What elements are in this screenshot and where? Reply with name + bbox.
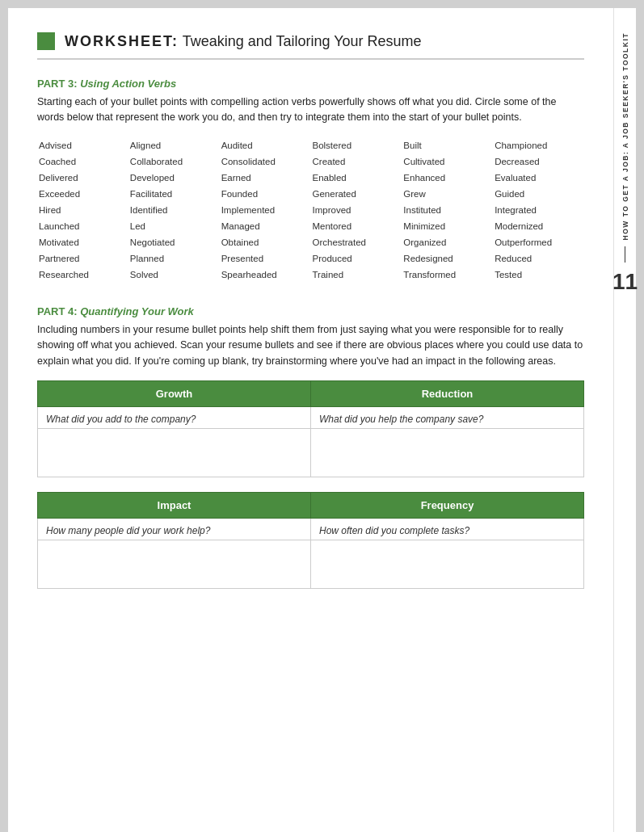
side-tab: HOW TO GET A JOB: A JOB SEEKER'S TOOLKIT…: [613, 8, 636, 832]
verb-cell: Reduced: [493, 250, 584, 267]
verb-cell: Managed: [220, 218, 311, 234]
table2-header-row: Impact Frequency: [38, 492, 584, 518]
verb-cell: Enabled: [311, 170, 402, 186]
worksheet-title: WORKSHEET: Tweaking and Tailoring Your R…: [65, 33, 422, 50]
verb-cell: Integrated: [493, 202, 584, 218]
main-content: WORKSHEET: Tweaking and Tailoring Your R…: [8, 8, 613, 832]
verb-cell: Obtained: [220, 234, 311, 250]
table1-col2-prompt: What did you help the company save?: [311, 406, 584, 428]
verb-cell: Transformed: [402, 267, 493, 283]
verb-cell: Coached: [37, 153, 128, 170]
verb-cell: Delivered: [37, 170, 128, 186]
table1-empty-col1: [38, 428, 311, 477]
table2-col1-prompt: How many people did your work help?: [38, 518, 311, 540]
side-tab-page-number: 11: [612, 269, 638, 295]
verb-cell: Led: [128, 218, 220, 234]
table2-col2-header: Frequency: [311, 492, 584, 518]
part4-heading-label: PART 4:: [37, 305, 80, 317]
part4-section: PART 4: Quantifying Your Work Including …: [37, 305, 584, 589]
verb-cell: Spearheaded: [220, 267, 311, 283]
verb-cell: Evaluated: [493, 170, 584, 186]
verb-cell: Advised: [37, 137, 128, 153]
verb-cell: Partnered: [37, 250, 128, 267]
verb-cell: Created: [311, 153, 402, 170]
table1-col1-header: Growth: [38, 380, 311, 406]
verb-cell: Redesigned: [402, 250, 493, 267]
table1-empty-col2: [311, 428, 584, 477]
page-wrapper: WORKSHEET: Tweaking and Tailoring Your R…: [8, 8, 636, 832]
table2-empty-row: [38, 540, 584, 588]
verb-cell: Founded: [220, 186, 311, 202]
verb-cell: Minimized: [402, 218, 493, 234]
side-tab-divider: [625, 246, 625, 263]
verb-cell: Bolstered: [311, 137, 402, 153]
verb-cell: Negotiated: [128, 234, 220, 250]
verb-cell: Tested: [493, 267, 584, 283]
table2-empty-col2: [311, 540, 584, 588]
verb-cell: Launched: [37, 218, 128, 234]
table2-prompt-row: How many people did your work help? How …: [38, 518, 584, 540]
part3-section: PART 3: Using Action Verbs Starting each…: [37, 78, 584, 283]
verb-cell: Earned: [220, 170, 311, 186]
verb-cell: Planned: [128, 250, 220, 267]
green-square-icon: [37, 32, 55, 50]
verb-cell: Identified: [128, 202, 220, 218]
verb-cell: Solved: [128, 267, 220, 283]
verb-cell: Trained: [311, 267, 402, 283]
table1-prompt-row: What did you add to the company? What di…: [38, 406, 584, 428]
verb-cell: Produced: [311, 250, 402, 267]
worksheet-title-bold: WORKSHEET:: [65, 33, 179, 49]
verb-cell: Grew: [402, 186, 493, 202]
verb-cell: Collaborated: [128, 153, 220, 170]
part4-heading-italic: Quantifying Your Work: [80, 305, 194, 317]
table1-empty-row: [38, 428, 584, 477]
verb-cell: Improved: [311, 202, 402, 218]
verb-cell: Facilitated: [128, 186, 220, 202]
verb-cell: Orchestrated: [311, 234, 402, 250]
verb-cell: Researched: [37, 267, 128, 283]
verb-cell: Aligned: [128, 137, 220, 153]
part4-heading: PART 4: Quantifying Your Work: [37, 305, 584, 317]
verb-cell: Motivated: [37, 234, 128, 250]
growth-reduction-table: Growth Reduction What did you add to the…: [37, 380, 584, 477]
table2-col1-header: Impact: [38, 492, 311, 518]
verb-cell: Organized: [402, 234, 493, 250]
verb-cell: Guided: [493, 186, 584, 202]
part4-body: Including numbers in your resume bullet …: [37, 322, 584, 369]
table1-col2-header: Reduction: [311, 380, 584, 406]
table2-empty-col1: [38, 540, 311, 588]
verb-cell: Decreased: [493, 153, 584, 170]
worksheet-title-rest: Tweaking and Tailoring Your Resume: [183, 33, 422, 49]
verb-cell: Consolidated: [220, 153, 311, 170]
side-tab-text: HOW TO GET A JOB: A JOB SEEKER'S TOOLKIT: [621, 32, 629, 240]
verb-cell: Exceeded: [37, 186, 128, 202]
verb-cell: Implemented: [220, 202, 311, 218]
verb-cell: Enhanced: [402, 170, 493, 186]
table2-col2-prompt: How often did you complete tasks?: [311, 518, 584, 540]
verb-cell: Developed: [128, 170, 220, 186]
impact-frequency-table: Impact Frequency How many people did you…: [37, 492, 584, 589]
worksheet-header: WORKSHEET: Tweaking and Tailoring Your R…: [37, 32, 584, 60]
verb-cell: Championed: [493, 137, 584, 153]
part3-heading-italic: Using Action Verbs: [80, 78, 176, 90]
verb-cell: Instituted: [402, 202, 493, 218]
part3-body: Starting each of your bullet points with…: [37, 95, 584, 126]
verb-cell: Modernized: [493, 218, 584, 234]
verb-cell: Outperformed: [493, 234, 584, 250]
table1-col1-prompt: What did you add to the company?: [38, 406, 311, 428]
verb-cell: Presented: [220, 250, 311, 267]
verb-cell: Generated: [311, 186, 402, 202]
table1-header-row: Growth Reduction: [38, 380, 584, 406]
verb-cell: Audited: [220, 137, 311, 153]
verb-cell: Hired: [37, 202, 128, 218]
verb-cell: Cultivated: [402, 153, 493, 170]
verbs-grid: AdvisedAlignedAuditedBolsteredBuiltChamp…: [37, 137, 584, 283]
part3-heading-label: PART 3:: [37, 78, 80, 90]
part3-heading: PART 3: Using Action Verbs: [37, 78, 584, 90]
verb-cell: Built: [402, 137, 493, 153]
verb-cell: Mentored: [311, 218, 402, 234]
